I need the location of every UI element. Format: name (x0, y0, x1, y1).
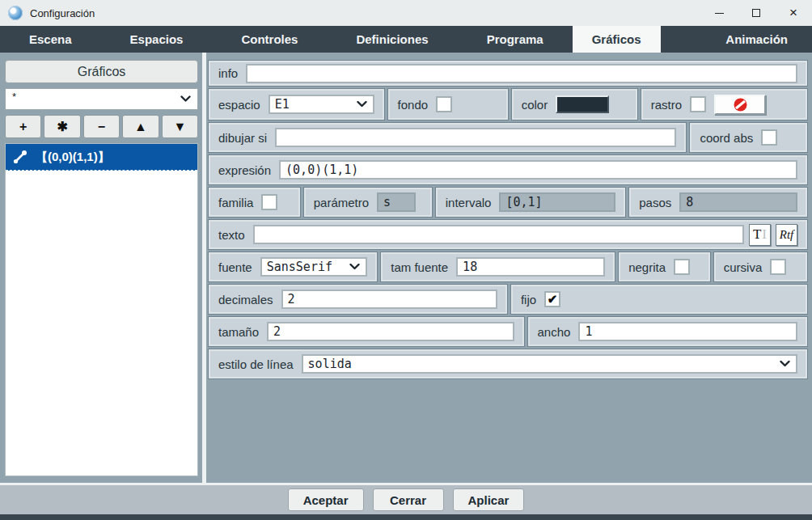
move-up-button[interactable]: ▲ (122, 115, 159, 138)
text-cursor-icon: I (762, 226, 767, 243)
dibujar-si-label: dibujar si (218, 131, 267, 145)
familia-label: familia (218, 196, 253, 209)
list-item-label: 【(0,0)(1,1)】 (36, 150, 110, 165)
decimales-label: decimales (218, 293, 273, 307)
cursiva-label: cursiva (724, 260, 763, 274)
estilo-linea-select[interactable]: solida (302, 354, 797, 374)
espacio-select[interactable]: E1 (269, 95, 374, 114)
maximize-icon (752, 9, 760, 17)
chevron-down-icon (780, 361, 790, 368)
plain-text-icon: T (753, 226, 761, 243)
info-input[interactable] (246, 64, 797, 83)
negrita-label: negrita (628, 260, 666, 274)
no-trace-icon (733, 97, 748, 112)
fijo-checkbox[interactable]: ✔ (544, 291, 560, 307)
move-down-button[interactable]: ▼ (162, 115, 198, 138)
ancho-group: ancho 1 (528, 317, 807, 346)
tab-programa[interactable]: Programa (458, 26, 573, 53)
chevron-down-icon (349, 264, 360, 271)
ancho-input[interactable]: 1 (578, 322, 797, 341)
list-item-segment[interactable]: 【(0,0)(1,1)】 (6, 144, 197, 171)
duplicate-graphic-button[interactable]: ✱ (44, 115, 80, 138)
cursiva-group: cursiva (714, 252, 807, 281)
pasos-group: pasos 8 (629, 188, 807, 217)
texto-group: texto TI Rtf (209, 220, 807, 249)
tam-fuente-input[interactable]: 18 (456, 257, 605, 277)
graphics-list-toolbar: + ✱ − ▲ ▼ (5, 115, 198, 138)
minimize-icon (715, 13, 724, 14)
intervalo-group: intervalo [0,1] (436, 188, 626, 217)
ancho-label: ancho (538, 325, 571, 339)
color-swatch-button[interactable] (556, 95, 609, 113)
fondo-label: fondo (398, 98, 429, 112)
graphics-listbox[interactable]: 【(0,0)(1,1)】 (5, 143, 198, 476)
add-graphic-button[interactable]: + (5, 115, 41, 138)
window-title: Configuración (30, 7, 95, 19)
coord-abs-group: coord abs (690, 123, 807, 152)
segment-icon (12, 149, 28, 165)
minimize-button[interactable] (700, 0, 738, 26)
decimales-input[interactable]: 2 (281, 290, 497, 309)
nav-tabbar: Escena Espacios Controles Definiciones P… (0, 26, 812, 53)
accept-button[interactable]: Aceptar (288, 488, 364, 511)
estilo-linea-label: estilo de línea (218, 357, 294, 371)
rtf-icon: Rtf (780, 228, 794, 242)
color-group: color (512, 89, 637, 120)
decimales-group: decimales 2 (209, 285, 507, 314)
apply-button[interactable]: Aplicar (453, 488, 525, 511)
maximize-button[interactable] (738, 0, 775, 26)
close-button[interactable]: × (775, 0, 812, 26)
tab-escena[interactable]: Escena (0, 26, 101, 53)
fijo-group: fijo ✔ (511, 285, 807, 314)
expresion-label: expresión (218, 163, 271, 177)
familia-group: familia (209, 188, 300, 217)
tamano-label: tamaño (218, 325, 259, 339)
app-icon (8, 6, 23, 20)
info-group: info (209, 61, 807, 86)
tam-fuente-group: tam fuente 18 (381, 252, 615, 281)
fuente-select[interactable]: SansSerif (260, 257, 368, 277)
rastro-checkbox[interactable] (690, 96, 706, 112)
parametro-input: s (377, 192, 416, 212)
tab-espacios[interactable]: Espacios (101, 26, 213, 53)
tab-graficos[interactable]: Gráficos (573, 26, 661, 53)
tam-fuente-label: tam fuente (391, 260, 448, 274)
graphics-filter-combobox[interactable]: * (5, 88, 198, 110)
fondo-checkbox[interactable] (436, 96, 452, 112)
color-label: color (522, 98, 548, 112)
espacio-group: espacio E1 (209, 89, 384, 120)
chevron-down-icon (180, 95, 191, 103)
remove-graphic-button[interactable]: − (83, 115, 120, 138)
tab-controles[interactable]: Controles (212, 26, 327, 53)
configuration-window: Configuración × Escena Espacios Controle… (0, 0, 812, 520)
fijo-label: fijo (521, 293, 536, 307)
rastro-group: rastro (641, 89, 807, 120)
plain-text-button[interactable]: TI (749, 224, 771, 246)
graphic-properties-form: info espacio E1 fondo col (206, 53, 812, 483)
rtf-text-button[interactable]: Rtf (776, 224, 797, 246)
tamano-group: tamaño 2 (209, 317, 524, 346)
titlebar: Configuración × (0, 0, 812, 26)
parametro-group: parámetro s (304, 188, 432, 217)
tab-definiciones[interactable]: Definiciones (327, 26, 457, 53)
clear-trace-button[interactable] (714, 95, 766, 115)
expresion-group: expresión (0,0)(1,1) (209, 155, 807, 184)
coord-abs-checkbox[interactable] (761, 129, 777, 146)
close-dialog-button[interactable]: Cerrar (373, 488, 444, 511)
expresion-input[interactable]: (0,0)(1,1) (279, 160, 797, 180)
coord-abs-label: coord abs (700, 131, 753, 145)
intervalo-label: intervalo (446, 196, 492, 209)
tamano-input[interactable]: 2 (267, 322, 514, 341)
familia-checkbox[interactable] (261, 194, 277, 210)
dibujar-si-input[interactable] (275, 128, 676, 147)
dialog-footer: Aceptar Cerrar Aplicar (0, 483, 812, 514)
cursiva-checkbox[interactable] (770, 259, 786, 275)
texto-input[interactable] (253, 225, 744, 244)
estilo-linea-group: estilo de línea solida (209, 349, 807, 378)
graphics-panel-header: Gráficos (5, 60, 198, 83)
negrita-checkbox[interactable] (674, 259, 690, 275)
espacio-value: E1 (275, 97, 290, 112)
graphics-list-panel: Gráficos * + ✱ − ▲ ▼ 【(0,0)( (0, 53, 206, 483)
window-bottom-edge (0, 514, 812, 520)
tab-animacion[interactable]: Animación (696, 26, 812, 53)
